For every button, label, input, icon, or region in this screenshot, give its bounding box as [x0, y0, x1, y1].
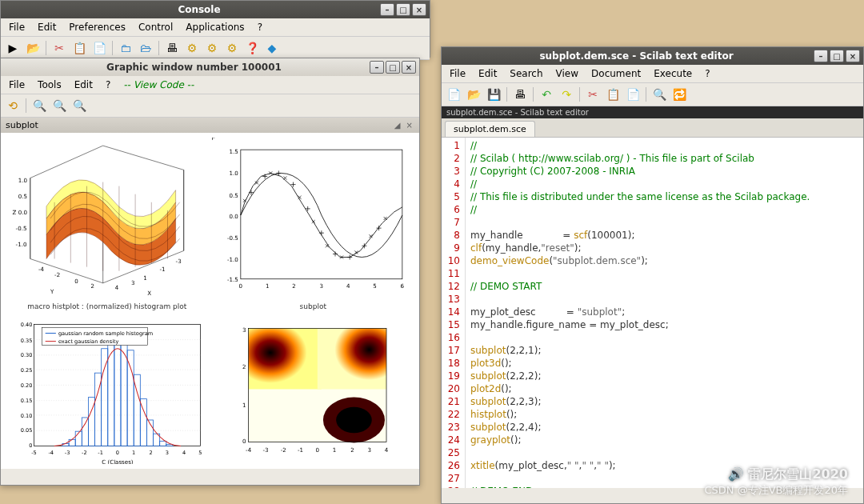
- minimize-button[interactable]: –: [380, 3, 394, 16]
- print-icon[interactable]: 🖶: [511, 86, 529, 103]
- svg-text:0: 0: [315, 446, 319, 454]
- zoom-reset-icon[interactable]: 🔍: [70, 97, 88, 114]
- menu-edit[interactable]: Edit: [70, 78, 98, 92]
- tool1-icon[interactable]: ⚙: [183, 39, 201, 57]
- menu-help[interactable]: ?: [253, 20, 267, 34]
- svg-text:0.10: 0.10: [21, 413, 33, 419]
- editor-pathbar: subplot.dem.sce - Scilab text editor: [442, 106, 863, 118]
- svg-text:-3: -3: [176, 258, 182, 265]
- svg-point-85: [336, 407, 372, 433]
- menu-file[interactable]: File: [445, 66, 470, 81]
- editor-tab[interactable]: subplot.dem.sce: [445, 121, 535, 137]
- menu-file[interactable]: File: [4, 78, 30, 92]
- paste-icon[interactable]: 📄: [90, 39, 108, 57]
- menu-preferences[interactable]: Preferences: [64, 20, 130, 34]
- view-code-link[interactable]: -- View Code --: [118, 78, 198, 92]
- svg-text:2: 2: [350, 446, 354, 454]
- undo-icon[interactable]: ↶: [538, 86, 555, 103]
- help-icon[interactable]: ❓: [243, 39, 261, 57]
- copy-icon[interactable]: 📋: [604, 86, 622, 103]
- svg-text:2: 2: [292, 282, 296, 290]
- svg-text:-2: -2: [280, 446, 286, 454]
- menu-applications[interactable]: Applications: [181, 20, 249, 34]
- svg-text:0.05: 0.05: [21, 427, 33, 434]
- editor-tabstrip: subplot.dem.sce: [442, 118, 863, 138]
- tool3-icon[interactable]: ⚙: [223, 39, 241, 57]
- tool2-icon[interactable]: ⚙: [203, 39, 221, 57]
- graphic-titlebar[interactable]: Graphic window number 100001 – □ ×: [1, 58, 419, 76]
- menu-control[interactable]: Control: [134, 20, 178, 34]
- menu-document[interactable]: Document: [586, 66, 646, 81]
- paste-icon[interactable]: 📄: [624, 86, 642, 103]
- replace-icon[interactable]: 🔁: [670, 86, 688, 103]
- svg-text:-3: -3: [262, 446, 268, 454]
- dock-header[interactable]: subplot ◢ ×: [1, 118, 419, 133]
- menu-edit[interactable]: Edit: [33, 20, 61, 34]
- svg-text:Y: Y: [50, 288, 54, 295]
- cut-icon[interactable]: ✂: [50, 39, 68, 57]
- menu-search[interactable]: Search: [505, 66, 547, 81]
- maximize-button[interactable]: □: [386, 61, 400, 74]
- svg-text:-1.5: -1.5: [227, 276, 238, 283]
- svg-rect-68: [114, 328, 121, 446]
- svg-text:-4: -4: [246, 446, 252, 454]
- menu-edit[interactable]: Edit: [474, 66, 502, 81]
- folder-icon[interactable]: 🗀: [117, 39, 134, 57]
- close-button[interactable]: ×: [412, 3, 426, 16]
- cut-icon[interactable]: ✂: [584, 86, 602, 103]
- open-icon[interactable]: 📂: [465, 86, 482, 103]
- rotate-icon[interactable]: ⟲: [4, 97, 22, 114]
- minimize-button[interactable]: –: [370, 61, 384, 74]
- menu-help[interactable]: ?: [101, 78, 115, 92]
- plot-3d-surface: 1.00.50.0 -0.5-1.0 Z -4-202Y 431-1-3X: [6, 138, 209, 299]
- svg-text:0: 0: [238, 282, 242, 290]
- demos-icon[interactable]: ◆: [263, 39, 281, 57]
- console-titlebar[interactable]: Console – □ ×: [1, 1, 430, 18]
- svg-text:4: 4: [115, 284, 119, 291]
- svg-text:0: 0: [116, 450, 119, 456]
- plot-histogram: macro histplot : (normalized) histogram …: [6, 302, 209, 464]
- svg-text:1: 1: [332, 446, 336, 454]
- zoom-area-icon[interactable]: 🔍: [50, 97, 68, 114]
- code-area[interactable]: 1234567891011121314151617181920212223242…: [442, 138, 863, 488]
- menu-help[interactable]: ?: [700, 66, 714, 81]
- close-button[interactable]: ×: [846, 50, 860, 62]
- svg-text:5: 5: [198, 450, 202, 456]
- editor-titlebar[interactable]: subplot.dem.sce - Scilab text editor – □…: [442, 47, 863, 65]
- svg-text:2: 2: [91, 282, 94, 290]
- save-icon[interactable]: 💾: [485, 86, 502, 103]
- zoom-in-icon[interactable]: 🔍: [30, 97, 48, 114]
- redo-icon[interactable]: ↷: [558, 86, 575, 103]
- svg-rect-72: [140, 399, 146, 446]
- graphic-window: Graphic window number 100001 – □ × File …: [0, 58, 420, 486]
- menu-file[interactable]: File: [4, 20, 30, 34]
- folder2-icon[interactable]: 🗁: [137, 39, 154, 57]
- graphic-toolbar: ⟲ 🔍 🔍 🔍: [1, 94, 419, 118]
- copy-icon[interactable]: 📋: [70, 39, 88, 57]
- minimize-button[interactable]: –: [814, 50, 828, 62]
- menu-tools[interactable]: Tools: [33, 78, 66, 92]
- find-icon[interactable]: 🔍: [650, 86, 668, 103]
- menu-view[interactable]: View: [551, 66, 583, 81]
- run-icon[interactable]: ▶: [4, 39, 22, 57]
- dock-controls[interactable]: ◢ ×: [394, 121, 414, 130]
- svg-text:-1.0: -1.0: [227, 256, 238, 263]
- new-icon[interactable]: 📄: [445, 86, 462, 103]
- menu-execute[interactable]: Execute: [649, 66, 697, 81]
- svg-text:5: 5: [373, 282, 377, 290]
- console-toolbar: ▶ 📂 ✂ 📋 📄 🗀 🗁 🖶 ⚙ ⚙ ⚙ ❓ ◆: [1, 37, 430, 60]
- maximize-button[interactable]: □: [396, 3, 410, 16]
- print-icon[interactable]: 🖶: [163, 39, 181, 57]
- code-body[interactable]: // // Scilab ( http://www.scilab.org/ ) …: [466, 138, 863, 488]
- open-icon[interactable]: 📂: [24, 39, 42, 57]
- svg-text:3: 3: [131, 279, 135, 286]
- svg-text:0.5: 0.5: [18, 193, 27, 200]
- svg-text:4: 4: [182, 450, 186, 456]
- svg-rect-82: [317, 328, 386, 389]
- close-button[interactable]: ×: [402, 61, 416, 74]
- svg-text:3: 3: [319, 282, 323, 290]
- svg-text:1.0: 1.0: [229, 170, 238, 177]
- svg-rect-63: [82, 418, 88, 446]
- svg-text:0.30: 0.30: [21, 352, 33, 358]
- maximize-button[interactable]: □: [830, 50, 844, 62]
